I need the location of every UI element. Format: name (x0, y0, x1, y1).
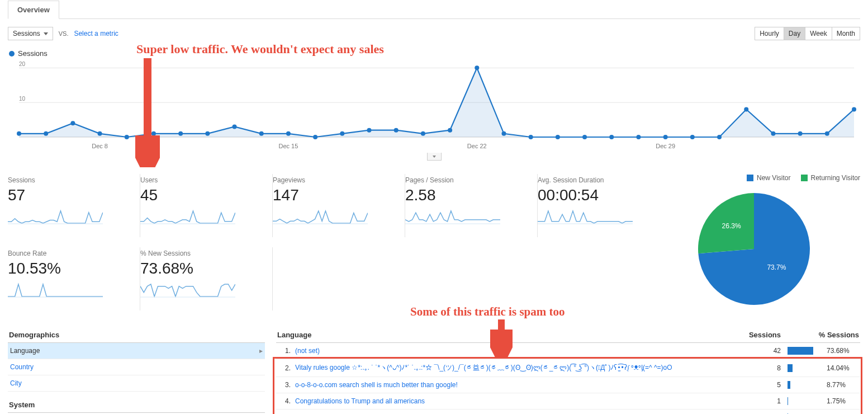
svg-point-18 (367, 128, 372, 133)
caret-down-icon (44, 32, 48, 35)
row-pct: 14.04% (827, 364, 850, 372)
chart-legend-label: Sessions (18, 49, 48, 58)
sparkline (273, 209, 368, 224)
row-index: 1. (277, 347, 291, 355)
row-name: Vitaly rules google ☆*:.｡. ˙ ˙*ヽ(^ᴗ^)ﾉ*˙… (291, 363, 742, 373)
metric-value: 2.58 (405, 186, 527, 204)
svg-point-27 (609, 135, 614, 139)
table-row: 2. Vitaly rules google ☆*:.｡. ˙ ˙*ヽ(^ᴗ^)… (276, 359, 860, 377)
svg-point-30 (690, 135, 695, 139)
legend-color-icon (747, 175, 753, 181)
metric-value: 147 (273, 186, 395, 204)
svg-text:20: 20 (19, 61, 26, 67)
svg-point-16 (313, 135, 317, 139)
row-link[interactable]: o-o-8-o-o.com search shell is much bette… (295, 381, 458, 389)
list-item-label: Country (10, 363, 34, 371)
pie-legend-item: Returning Visitor (801, 174, 861, 182)
row-index: 2. (277, 364, 291, 372)
svg-point-24 (529, 135, 533, 139)
demographics-item-country[interactable]: Country (8, 359, 265, 375)
x-tick-label: Dec 22 (467, 143, 487, 149)
table-col-sessions[interactable]: Sessions (742, 331, 781, 339)
legend-label: Returning Visitor (811, 174, 861, 182)
table-col-language: Language (277, 331, 742, 339)
svg-point-7 (70, 121, 75, 125)
metric-value: 00:00:54 (538, 186, 660, 204)
list-item-label: City (10, 379, 22, 387)
metric-value: 73.68% (140, 260, 262, 277)
row-sessions: 42 (742, 347, 781, 355)
row-link[interactable]: Vitaly rules google ☆*:.｡. ˙ ˙*ヽ(^ᴗ^)ﾉ*˙… (295, 364, 672, 371)
svg-point-5 (17, 131, 21, 136)
svg-point-21 (448, 128, 452, 133)
sparkline (8, 282, 103, 298)
legend-color-icon (801, 175, 808, 181)
demographics-item-city[interactable]: City (8, 375, 265, 392)
demographics-item-language[interactable]: Language▸ (8, 343, 265, 359)
sessions-line-chart: 1020 (8, 59, 857, 143)
table-col-pct-sessions[interactable]: % Sessions (781, 331, 859, 339)
metric-users[interactable]: Users 45 (140, 174, 273, 237)
list-item-label: Language (10, 347, 40, 355)
metric-label: Pages / Session (405, 176, 527, 184)
svg-point-17 (340, 131, 344, 136)
row-pct: 73.68% (827, 347, 850, 355)
pie-legend-item: New Visitor (747, 174, 790, 182)
sparkline (405, 209, 500, 224)
row-sessions: 8 (742, 364, 781, 372)
x-tick-label: Dec 15 (278, 143, 298, 149)
svg-point-28 (636, 135, 641, 139)
select-secondary-metric[interactable]: Select a metric (74, 30, 118, 37)
table-row: 4. Congratulations to Trump and all amer… (276, 393, 860, 410)
tab-overview[interactable]: Overview (8, 1, 59, 19)
granularity-hourly[interactable]: Hourly (755, 27, 784, 40)
granularity-month[interactable]: Month (832, 27, 860, 40)
metric-label: Avg. Session Duration (538, 176, 660, 184)
row-pct: 8.77% (827, 381, 846, 389)
svg-point-26 (582, 135, 587, 139)
svg-point-14 (259, 131, 264, 136)
primary-metric-label: Sessions (13, 30, 40, 37)
metric-pageviews[interactable]: Pageviews 147 (273, 174, 405, 237)
row-link[interactable]: (not set) (295, 347, 320, 355)
metric--new-sessions[interactable]: % New Sessions 73.68% (140, 247, 273, 310)
svg-point-23 (501, 131, 506, 136)
svg-point-12 (205, 131, 210, 136)
svg-point-11 (178, 131, 183, 136)
row-bar (788, 397, 822, 405)
metric-label: Sessions (8, 176, 130, 184)
sparkline (140, 209, 235, 224)
svg-text:26.3%: 26.3% (722, 222, 741, 230)
metric-bounce-rate[interactable]: Bounce Rate 10.53% (8, 247, 140, 310)
svg-point-13 (233, 124, 237, 129)
row-index: 3. (277, 381, 291, 389)
svg-point-6 (44, 131, 48, 136)
metric-label: % New Sessions (140, 250, 262, 257)
row-link[interactable]: Congratulations to Trump and all america… (295, 397, 425, 405)
metric-value: 45 (140, 186, 262, 204)
svg-point-15 (286, 131, 291, 136)
demographics-header: Demographics (8, 327, 265, 343)
row-name: o-o-8-o-o.com search shell is much bette… (291, 381, 742, 389)
x-tick-label: Dec 8 (92, 143, 108, 149)
chart-expand-toggle[interactable] (427, 153, 442, 161)
metric-avg-session-duration[interactable]: Avg. Session Duration 00:00:54 (538, 174, 670, 237)
chevron-right-icon: ▸ (259, 347, 263, 355)
svg-point-9 (125, 135, 129, 139)
sparkline (140, 282, 235, 298)
granularity-week[interactable]: Week (805, 27, 831, 40)
svg-text:73.7%: 73.7% (767, 264, 786, 271)
row-name: (not set) (291, 347, 742, 355)
metric-pages-session[interactable]: Pages / Session 2.58 (405, 174, 538, 237)
row-pct: 1.75% (827, 397, 846, 405)
primary-metric-select[interactable]: Sessions (8, 27, 53, 40)
metric-sessions[interactable]: Sessions 57 (8, 174, 140, 237)
svg-point-35 (825, 131, 829, 136)
svg-point-32 (744, 107, 748, 112)
granularity-day[interactable]: Day (784, 27, 805, 40)
metric-label: Users (140, 176, 262, 184)
svg-point-20 (421, 131, 425, 136)
table-row: 5. Google officially recommends o-o-8-o-… (276, 410, 860, 414)
metric-value: 10.53% (8, 260, 130, 277)
row-sessions: 5 (742, 381, 781, 389)
